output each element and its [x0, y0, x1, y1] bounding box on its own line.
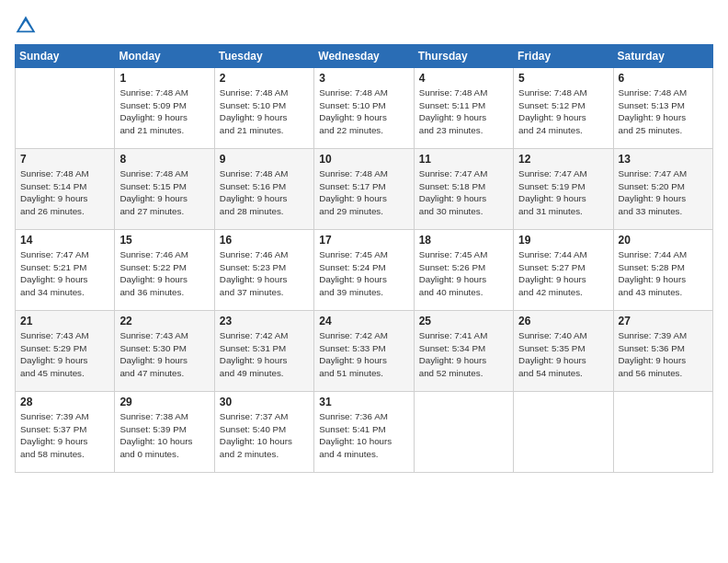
calendar-cell — [514, 392, 613, 473]
calendar-cell: 7Sunrise: 7:48 AM Sunset: 5:14 PM Daylig… — [16, 149, 115, 230]
day-info: Sunrise: 7:42 AM Sunset: 5:31 PM Dayligh… — [220, 329, 309, 380]
day-number: 23 — [220, 315, 309, 327]
day-number: 25 — [419, 315, 508, 327]
week-row: 14Sunrise: 7:47 AM Sunset: 5:21 PM Dayli… — [16, 230, 713, 311]
day-info: Sunrise: 7:36 AM Sunset: 5:41 PM Dayligh… — [319, 410, 408, 461]
day-info: Sunrise: 7:47 AM Sunset: 5:18 PM Dayligh… — [419, 167, 508, 218]
week-row: 1Sunrise: 7:48 AM Sunset: 5:09 PM Daylig… — [16, 68, 713, 149]
day-info: Sunrise: 7:45 AM Sunset: 5:24 PM Dayligh… — [319, 248, 408, 299]
day-info: Sunrise: 7:47 AM Sunset: 5:20 PM Dayligh… — [619, 167, 708, 218]
logo — [15, 15, 40, 37]
calendar-cell: 16Sunrise: 7:46 AM Sunset: 5:23 PM Dayli… — [214, 230, 313, 311]
day-info: Sunrise: 7:43 AM Sunset: 5:30 PM Dayligh… — [119, 329, 209, 380]
day-info: Sunrise: 7:48 AM Sunset: 5:10 PM Dayligh… — [319, 86, 408, 137]
day-number: 2 — [220, 72, 309, 85]
day-number: 16 — [220, 234, 309, 247]
day-info: Sunrise: 7:38 AM Sunset: 5:39 PM Dayligh… — [119, 410, 209, 461]
calendar: SundayMondayTuesdayWednesdayThursdayFrid… — [15, 44, 713, 473]
calendar-cell: 18Sunrise: 7:45 AM Sunset: 5:26 PM Dayli… — [414, 230, 513, 311]
day-number: 30 — [220, 396, 309, 408]
day-info: Sunrise: 7:39 AM Sunset: 5:36 PM Dayligh… — [619, 329, 708, 380]
day-number: 27 — [619, 315, 708, 327]
day-number: 3 — [319, 72, 408, 85]
calendar-cell: 5Sunrise: 7:48 AM Sunset: 5:12 PM Daylig… — [514, 68, 613, 149]
calendar-cell: 2Sunrise: 7:48 AM Sunset: 5:10 PM Daylig… — [214, 68, 313, 149]
calendar-cell: 31Sunrise: 7:36 AM Sunset: 5:41 PM Dayli… — [314, 392, 414, 473]
day-number: 29 — [119, 396, 209, 408]
calendar-cell: 22Sunrise: 7:43 AM Sunset: 5:30 PM Dayli… — [115, 311, 214, 392]
day-info: Sunrise: 7:43 AM Sunset: 5:29 PM Dayligh… — [20, 329, 109, 380]
day-info: Sunrise: 7:44 AM Sunset: 5:27 PM Dayligh… — [518, 248, 608, 299]
day-info: Sunrise: 7:37 AM Sunset: 5:40 PM Dayligh… — [220, 410, 309, 461]
day-number: 14 — [20, 234, 109, 247]
calendar-cell: 29Sunrise: 7:38 AM Sunset: 5:39 PM Dayli… — [115, 392, 214, 473]
day-number: 19 — [518, 234, 608, 247]
calendar-cell — [16, 68, 115, 149]
day-number: 17 — [319, 234, 408, 247]
day-number: 9 — [220, 153, 309, 166]
header — [15, 15, 713, 37]
calendar-cell: 21Sunrise: 7:43 AM Sunset: 5:29 PM Dayli… — [16, 311, 115, 392]
day-info: Sunrise: 7:44 AM Sunset: 5:28 PM Dayligh… — [619, 248, 708, 299]
day-number: 7 — [20, 153, 109, 166]
calendar-cell: 10Sunrise: 7:48 AM Sunset: 5:17 PM Dayli… — [314, 149, 414, 230]
calendar-cell: 17Sunrise: 7:45 AM Sunset: 5:24 PM Dayli… — [314, 230, 414, 311]
day-header-wednesday: Wednesday — [314, 45, 414, 68]
calendar-cell: 3Sunrise: 7:48 AM Sunset: 5:10 PM Daylig… — [314, 68, 414, 149]
day-number: 12 — [518, 153, 608, 166]
calendar-cell: 23Sunrise: 7:42 AM Sunset: 5:31 PM Dayli… — [214, 311, 313, 392]
day-number: 4 — [419, 72, 508, 85]
calendar-cell: 1Sunrise: 7:48 AM Sunset: 5:09 PM Daylig… — [115, 68, 214, 149]
day-info: Sunrise: 7:48 AM Sunset: 5:16 PM Dayligh… — [220, 167, 309, 218]
day-info: Sunrise: 7:48 AM Sunset: 5:11 PM Dayligh… — [419, 86, 508, 137]
day-number: 11 — [419, 153, 508, 166]
day-header-saturday: Saturday — [613, 45, 712, 68]
week-row: 28Sunrise: 7:39 AM Sunset: 5:37 PM Dayli… — [16, 392, 713, 473]
calendar-cell: 15Sunrise: 7:46 AM Sunset: 5:22 PM Dayli… — [115, 230, 214, 311]
calendar-cell — [613, 392, 712, 473]
day-info: Sunrise: 7:48 AM Sunset: 5:15 PM Dayligh… — [119, 167, 209, 218]
day-info: Sunrise: 7:48 AM Sunset: 5:09 PM Dayligh… — [119, 86, 209, 137]
calendar-cell: 11Sunrise: 7:47 AM Sunset: 5:18 PM Dayli… — [414, 149, 513, 230]
day-number: 20 — [619, 234, 708, 247]
day-header-monday: Monday — [115, 45, 214, 68]
day-info: Sunrise: 7:48 AM Sunset: 5:17 PM Dayligh… — [319, 167, 408, 218]
day-number: 1 — [119, 72, 209, 85]
calendar-cell: 25Sunrise: 7:41 AM Sunset: 5:34 PM Dayli… — [414, 311, 513, 392]
day-info: Sunrise: 7:48 AM Sunset: 5:13 PM Dayligh… — [619, 86, 708, 137]
day-number: 21 — [20, 315, 109, 327]
calendar-cell: 9Sunrise: 7:48 AM Sunset: 5:16 PM Daylig… — [214, 149, 313, 230]
calendar-cell: 4Sunrise: 7:48 AM Sunset: 5:11 PM Daylig… — [414, 68, 513, 149]
day-number: 13 — [619, 153, 708, 166]
calendar-cell: 26Sunrise: 7:40 AM Sunset: 5:35 PM Dayli… — [514, 311, 613, 392]
calendar-cell: 19Sunrise: 7:44 AM Sunset: 5:27 PM Dayli… — [514, 230, 613, 311]
day-number: 26 — [518, 315, 608, 327]
day-header-sunday: Sunday — [16, 45, 115, 68]
day-info: Sunrise: 7:46 AM Sunset: 5:23 PM Dayligh… — [220, 248, 309, 299]
day-info: Sunrise: 7:45 AM Sunset: 5:26 PM Dayligh… — [419, 248, 508, 299]
day-number: 18 — [419, 234, 508, 247]
day-number: 10 — [319, 153, 408, 166]
day-number: 24 — [319, 315, 408, 327]
day-number: 31 — [319, 396, 408, 408]
day-number: 28 — [20, 396, 109, 408]
day-number: 8 — [119, 153, 209, 166]
calendar-cell: 27Sunrise: 7:39 AM Sunset: 5:36 PM Dayli… — [613, 311, 712, 392]
calendar-cell: 12Sunrise: 7:47 AM Sunset: 5:19 PM Dayli… — [514, 149, 613, 230]
day-info: Sunrise: 7:48 AM Sunset: 5:10 PM Dayligh… — [220, 86, 309, 137]
calendar-cell: 24Sunrise: 7:42 AM Sunset: 5:33 PM Dayli… — [314, 311, 414, 392]
page-container: SundayMondayTuesdayWednesdayThursdayFrid… — [0, 0, 728, 563]
day-number: 6 — [619, 72, 708, 85]
day-info: Sunrise: 7:40 AM Sunset: 5:35 PM Dayligh… — [518, 329, 608, 380]
calendar-cell: 14Sunrise: 7:47 AM Sunset: 5:21 PM Dayli… — [16, 230, 115, 311]
day-header-thursday: Thursday — [414, 45, 513, 68]
week-row: 21Sunrise: 7:43 AM Sunset: 5:29 PM Dayli… — [16, 311, 713, 392]
day-info: Sunrise: 7:48 AM Sunset: 5:12 PM Dayligh… — [518, 86, 608, 137]
calendar-cell — [414, 392, 513, 473]
day-info: Sunrise: 7:46 AM Sunset: 5:22 PM Dayligh… — [119, 248, 209, 299]
header-row: SundayMondayTuesdayWednesdayThursdayFrid… — [16, 45, 713, 68]
day-header-friday: Friday — [514, 45, 613, 68]
calendar-cell: 30Sunrise: 7:37 AM Sunset: 5:40 PM Dayli… — [214, 392, 313, 473]
day-number: 15 — [119, 234, 209, 247]
calendar-header: SundayMondayTuesdayWednesdayThursdayFrid… — [16, 45, 713, 68]
